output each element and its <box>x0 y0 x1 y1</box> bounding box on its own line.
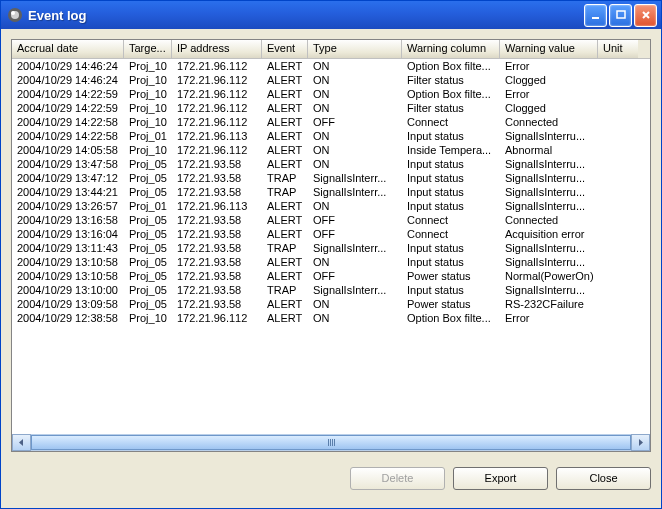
column-header[interactable]: Unit <box>598 40 638 58</box>
cell: Option Box filte... <box>402 87 500 101</box>
cell: OFF <box>308 227 402 241</box>
table-row[interactable]: 2004/10/29 14:05:58Proj_10172.21.96.112A… <box>12 143 650 157</box>
cell: ON <box>308 199 402 213</box>
table-row[interactable]: 2004/10/29 14:22:59Proj_10172.21.96.112A… <box>12 101 650 115</box>
cell: 172.21.93.58 <box>172 171 262 185</box>
cell: SignalIsInterru... <box>500 283 598 297</box>
cell: 2004/10/29 14:22:58 <box>12 129 124 143</box>
table-row[interactable]: 2004/10/29 14:22:58Proj_10172.21.96.112A… <box>12 115 650 129</box>
cell: Connected <box>500 213 598 227</box>
cell: ON <box>308 73 402 87</box>
cell: ALERT <box>262 227 308 241</box>
table-row[interactable]: 2004/10/29 13:09:58Proj_05172.21.93.58AL… <box>12 297 650 311</box>
table-row[interactable]: 2004/10/29 14:46:24Proj_10172.21.96.112A… <box>12 73 650 87</box>
table-row[interactable]: 2004/10/29 13:47:58Proj_05172.21.93.58AL… <box>12 157 650 171</box>
cell <box>598 311 638 325</box>
column-header[interactable]: Warning value <box>500 40 598 58</box>
cell <box>598 199 638 213</box>
table-row[interactable]: 2004/10/29 13:10:58Proj_05172.21.93.58AL… <box>12 255 650 269</box>
cell: Option Box filte... <box>402 59 500 73</box>
cell: Error <box>500 87 598 101</box>
cell: Connect <box>402 227 500 241</box>
cell: Normal(PowerOn) <box>500 269 598 283</box>
cell: SignalIsInterr... <box>308 171 402 185</box>
table-row[interactable]: 2004/10/29 14:22:58Proj_01172.21.96.113A… <box>12 129 650 143</box>
cell: Proj_05 <box>124 241 172 255</box>
close-button[interactable] <box>634 4 657 27</box>
table-row[interactable]: 2004/10/29 13:16:04Proj_05172.21.93.58AL… <box>12 227 650 241</box>
scroll-left-button[interactable] <box>12 434 31 451</box>
horizontal-scrollbar[interactable] <box>12 434 650 451</box>
cell: ALERT <box>262 129 308 143</box>
cell: Input status <box>402 241 500 255</box>
cell: 2004/10/29 14:22:58 <box>12 115 124 129</box>
cell: 2004/10/29 13:10:58 <box>12 255 124 269</box>
cell: Inside Tempera... <box>402 143 500 157</box>
titlebar[interactable]: Event log <box>1 1 661 29</box>
cell: Input status <box>402 171 500 185</box>
cell: Clogged <box>500 101 598 115</box>
cell: 172.21.96.112 <box>172 115 262 129</box>
cell: Connect <box>402 213 500 227</box>
cell: 2004/10/29 12:38:58 <box>12 311 124 325</box>
table-row[interactable]: 2004/10/29 13:16:58Proj_05172.21.93.58AL… <box>12 213 650 227</box>
table-row[interactable]: 2004/10/29 13:11:43Proj_05172.21.93.58TR… <box>12 241 650 255</box>
cell: Error <box>500 59 598 73</box>
column-header[interactable]: Accrual date <box>12 40 124 58</box>
cell: ON <box>308 255 402 269</box>
event-log-window: Event log Accrual dateTarge...IP address… <box>0 0 662 509</box>
table-row[interactable]: 2004/10/29 13:44:21Proj_05172.21.93.58TR… <box>12 185 650 199</box>
cell: 2004/10/29 13:11:43 <box>12 241 124 255</box>
column-header[interactable]: IP address <box>172 40 262 58</box>
cell: TRAP <box>262 241 308 255</box>
maximize-button[interactable] <box>609 4 632 27</box>
cell: Proj_05 <box>124 157 172 171</box>
cell <box>598 297 638 311</box>
cell: 172.21.96.112 <box>172 311 262 325</box>
cell: Proj_05 <box>124 269 172 283</box>
table-row[interactable]: 2004/10/29 13:47:12Proj_05172.21.93.58TR… <box>12 171 650 185</box>
table-row[interactable]: 2004/10/29 13:10:58Proj_05172.21.93.58AL… <box>12 269 650 283</box>
cell: ALERT <box>262 297 308 311</box>
scroll-track[interactable] <box>31 434 631 451</box>
cell: Proj_10 <box>124 143 172 157</box>
cell <box>598 171 638 185</box>
minimize-button[interactable] <box>584 4 607 27</box>
delete-button[interactable]: Delete <box>350 467 445 490</box>
cell: 2004/10/29 14:22:59 <box>12 101 124 115</box>
scroll-right-button[interactable] <box>631 434 650 451</box>
cell: 172.21.93.58 <box>172 157 262 171</box>
cell: TRAP <box>262 185 308 199</box>
cell: ALERT <box>262 199 308 213</box>
export-button[interactable]: Export <box>453 467 548 490</box>
table-body[interactable]: 2004/10/29 14:46:24Proj_10172.21.96.112A… <box>12 59 650 434</box>
cell: 172.21.96.112 <box>172 73 262 87</box>
cell: SignalIsInterru... <box>500 199 598 213</box>
table-row[interactable]: 2004/10/29 14:22:59Proj_10172.21.96.112A… <box>12 87 650 101</box>
column-header[interactable]: Event <box>262 40 308 58</box>
cell: Proj_10 <box>124 101 172 115</box>
cell <box>598 129 638 143</box>
cell: Clogged <box>500 73 598 87</box>
table-row[interactable]: 2004/10/29 12:38:58Proj_10172.21.96.112A… <box>12 311 650 325</box>
cell: Input status <box>402 255 500 269</box>
table-row[interactable]: 2004/10/29 14:46:24Proj_10172.21.96.112A… <box>12 59 650 73</box>
table-row[interactable]: 2004/10/29 13:26:57Proj_01172.21.96.113A… <box>12 199 650 213</box>
svg-rect-4 <box>617 11 625 18</box>
cell: Filter status <box>402 101 500 115</box>
cell: Error <box>500 311 598 325</box>
cell: 172.21.96.112 <box>172 87 262 101</box>
footer-buttons: Delete Export Close <box>11 452 651 498</box>
cell: 172.21.93.58 <box>172 213 262 227</box>
table-row[interactable]: 2004/10/29 13:10:00Proj_05172.21.93.58TR… <box>12 283 650 297</box>
scroll-thumb[interactable] <box>31 435 631 450</box>
close-action-button[interactable]: Close <box>556 467 651 490</box>
column-header[interactable]: Targe... <box>124 40 172 58</box>
cell: Power status <box>402 297 500 311</box>
cell: Input status <box>402 199 500 213</box>
column-header[interactable]: Type <box>308 40 402 58</box>
column-header[interactable]: Warning column <box>402 40 500 58</box>
cell: Acquisition error <box>500 227 598 241</box>
cell: SignalIsInterr... <box>308 241 402 255</box>
cell <box>598 227 638 241</box>
